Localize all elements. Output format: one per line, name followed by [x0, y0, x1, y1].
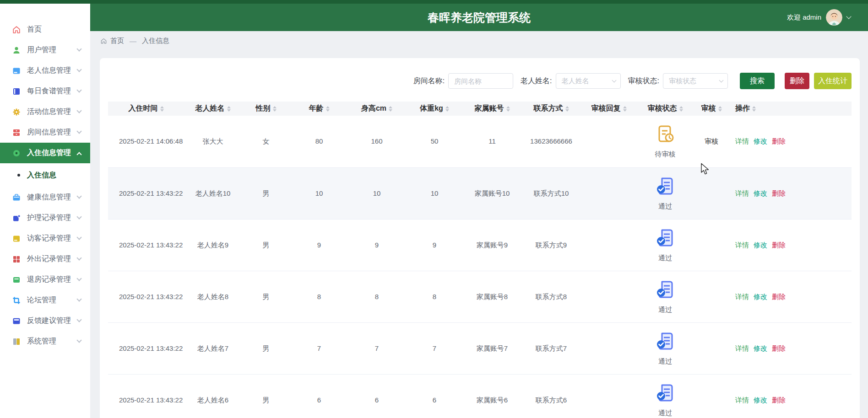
sort-carets-icon[interactable] — [445, 106, 449, 112]
audit-link[interactable]: 审核 — [705, 137, 718, 145]
sidebar-item-label: 活动信息管理 — [27, 107, 77, 117]
edit-link[interactable]: 修改 — [754, 241, 767, 250]
delete-link[interactable]: 删除 — [772, 189, 786, 198]
table-row[interactable]: 2025-02-21 13:43:22 老人姓名10 男 10 10 10 家属… — [108, 167, 852, 219]
audit-status-select[interactable]: 审核状态 — [663, 73, 728, 89]
sort-carets-icon[interactable] — [679, 106, 683, 112]
sort-carets-icon[interactable] — [273, 106, 277, 112]
detail-link[interactable]: 详情 — [735, 396, 749, 405]
app-header: 春晖养老院管理系统 欢迎 admin — [90, 4, 868, 31]
checkin-stats-button[interactable]: 入住统计 — [814, 73, 852, 89]
sort-carets-icon[interactable] — [718, 106, 722, 112]
delete-link[interactable]: 删除 — [772, 396, 786, 405]
delete-button[interactable]: 删除 — [785, 73, 809, 89]
col-header-audit[interactable]: 审核 — [694, 102, 729, 116]
cell-checkin-time: 2025-02-21 14:06:48 — [108, 116, 184, 167]
sidebar-item-forum[interactable]: 论坛管理 — [0, 290, 90, 311]
cell-audit-status: 通过 — [636, 271, 694, 322]
cell-elder-name: 老人姓名8 — [184, 271, 242, 322]
avatar[interactable] — [826, 9, 842, 26]
col-header-operations[interactable]: 操作 — [729, 102, 852, 116]
edit-link[interactable]: 修改 — [754, 189, 767, 198]
sidebar-item-home[interactable]: 首页 — [0, 19, 90, 40]
detail-link[interactable]: 详情 — [735, 189, 749, 198]
table-row[interactable]: 2025-02-21 13:43:22 老人姓名9 男 9 9 9 家属账号9 … — [108, 219, 852, 271]
detail-link[interactable]: 详情 — [735, 241, 749, 250]
sidebar-item-feedback[interactable]: 反馈建议管理 — [0, 311, 90, 331]
sidebar-item-users[interactable]: 用户管理 — [0, 40, 90, 60]
breadcrumb-home[interactable]: 首页 — [110, 37, 124, 45]
cell-audit-status: 通过 — [636, 322, 694, 374]
edit-link[interactable]: 修改 — [754, 344, 767, 353]
col-header-audit-reply[interactable]: 审核回复 — [581, 102, 636, 116]
col-header-family-account[interactable]: 家属账号 — [463, 102, 521, 116]
edit-link[interactable]: 修改 — [754, 137, 767, 146]
cell-audit — [694, 219, 729, 271]
sidebar-item-label: 护理记录管理 — [27, 213, 77, 223]
col-header-gender[interactable]: 性别 — [242, 102, 290, 116]
table-row[interactable]: 2025-02-21 13:43:22 老人姓名6 男 6 6 6 家属账号6 … — [108, 374, 852, 418]
detail-link[interactable]: 详情 — [735, 344, 749, 353]
cell-elder-name: 老人姓名6 — [184, 374, 242, 418]
sort-carets-icon[interactable] — [227, 106, 231, 112]
edit-link[interactable]: 修改 — [754, 293, 767, 301]
sidebar-item-health[interactable]: 健康信息管理 — [0, 187, 90, 208]
sort-carets-icon[interactable] — [752, 106, 756, 112]
room-name-input[interactable] — [448, 73, 513, 89]
chevron-down-icon — [719, 78, 724, 83]
cell-family-account: 家属账号6 — [463, 374, 521, 418]
sort-carets-icon[interactable] — [389, 106, 392, 112]
elder-name-select[interactable]: 老人姓名 — [556, 73, 621, 89]
cell-family-account: 家属账号9 — [463, 219, 521, 271]
delete-link[interactable]: 删除 — [772, 137, 786, 146]
col-header-elder-name[interactable]: 老人姓名 — [184, 102, 242, 116]
sidebar-item-checkout[interactable]: 退房记录管理 — [0, 269, 90, 290]
delete-link[interactable]: 删除 — [772, 344, 786, 353]
sidebar-item-room[interactable]: 房间信息管理 — [0, 122, 90, 143]
cell-family-account: 家属账号8 — [463, 271, 521, 322]
status-label: 待审核 — [655, 150, 676, 159]
sidebar-item-checkin[interactable]: 入住信息管理 — [0, 143, 90, 163]
col-header-audit-status[interactable]: 审核状态 — [636, 102, 694, 116]
cell-gender: 女 — [242, 116, 290, 167]
detail-link[interactable]: 详情 — [735, 137, 749, 146]
sidebar: 首页 用户管理 老人信息管理 每日食谱管理 活动信息管理 房间信息管理 — [0, 4, 90, 418]
chevron-down-icon — [76, 46, 81, 51]
search-button[interactable]: 搜索 — [740, 73, 775, 89]
sidebar-item-visitor[interactable]: 访客记录管理 — [0, 228, 90, 249]
col-header-checkin-time[interactable]: 入住时间 — [108, 102, 184, 116]
cell-age: 8 — [290, 271, 348, 322]
table-row[interactable]: 2025-02-21 13:43:22 老人姓名8 男 8 8 8 家属账号8 … — [108, 271, 852, 322]
cell-gender: 男 — [242, 167, 290, 219]
table-row[interactable]: 2025-02-21 13:43:22 老人姓名7 男 7 7 7 家属账号7 … — [108, 322, 852, 374]
sort-carets-icon[interactable] — [506, 106, 510, 112]
col-header-age[interactable]: 年龄 — [290, 102, 348, 116]
sidebar-subitem-checkin-info[interactable]: 入住信息 — [0, 163, 90, 187]
sidebar-item-elder-info[interactable]: 老人信息管理 — [0, 60, 90, 81]
cell-operations: 详情修改删除 — [729, 374, 852, 418]
table-row[interactable]: 2025-02-21 14:06:48 张大大 女 80 160 50 11 1… — [108, 116, 852, 167]
sort-carets-icon[interactable] — [623, 106, 627, 112]
chevron-down-icon — [76, 87, 81, 92]
edit-link[interactable]: 修改 — [754, 396, 767, 405]
cell-age: 80 — [290, 116, 348, 167]
delete-link[interactable]: 删除 — [772, 241, 786, 250]
sidebar-item-daily-menu[interactable]: 每日食谱管理 — [0, 81, 90, 102]
detail-link[interactable]: 详情 — [735, 293, 749, 301]
col-header-weight[interactable]: 体重kg — [406, 102, 463, 116]
delete-link[interactable]: 删除 — [772, 293, 786, 301]
sidebar-item-outing[interactable]: 外出记录管理 — [0, 249, 90, 269]
chevron-down-icon — [76, 296, 81, 301]
user-menu[interactable]: 欢迎 admin — [787, 4, 851, 31]
sidebar-item-activity[interactable]: 活动信息管理 — [0, 102, 90, 122]
sidebar-item-system[interactable]: 系统管理 — [0, 331, 90, 352]
cell-elder-name: 老人姓名7 — [184, 322, 242, 374]
chevron-down-icon — [76, 338, 81, 343]
cell-gender: 男 — [242, 322, 290, 374]
col-header-contact[interactable]: 联系方式 — [521, 102, 581, 116]
sidebar-item-nursing[interactable]: 护理记录管理 — [0, 208, 90, 228]
sort-carets-icon[interactable] — [326, 106, 330, 112]
sort-carets-icon[interactable] — [160, 106, 164, 112]
col-header-height[interactable]: 身高cm — [348, 102, 406, 116]
sort-carets-icon[interactable] — [565, 106, 569, 112]
